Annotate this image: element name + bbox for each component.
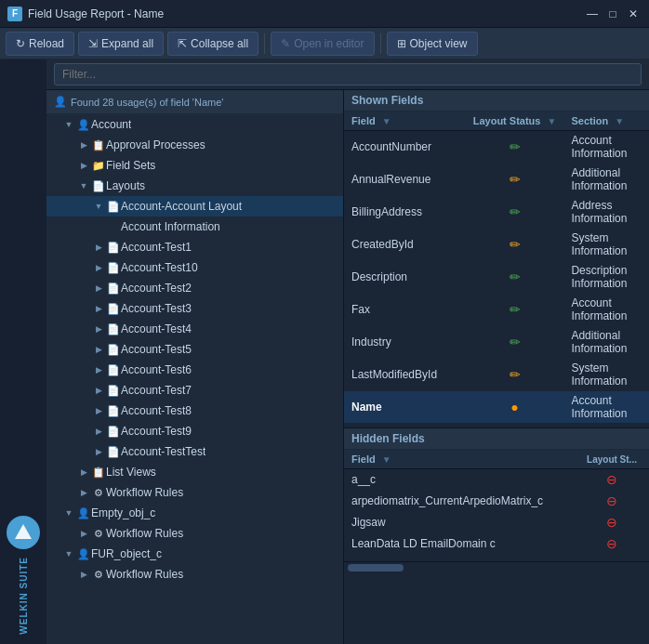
tree-toggle[interactable]: ▼: [61, 506, 76, 520]
reload-button[interactable]: ↻ Reload: [6, 32, 74, 56]
tree-item[interactable]: ▶📄Account-Test10: [46, 257, 343, 278]
tree-item[interactable]: ▶📄Account-Test7: [46, 380, 343, 401]
tree-item[interactable]: ▶📄Account-Test1: [46, 237, 343, 257]
minimize-button[interactable]: —: [584, 6, 601, 22]
window-controls: — □ ✕: [584, 6, 642, 22]
tree-item[interactable]: ▶⚙Workflow Rules: [46, 564, 343, 585]
tree-item[interactable]: ▶📄Account-Test8: [46, 401, 343, 421]
collapse-all-button[interactable]: ⇱ Collapse all: [167, 32, 258, 56]
table-row[interactable]: Industry ✏ Additional Information: [344, 326, 649, 359]
status-icon: ✏: [510, 269, 521, 284]
tree-item[interactable]: ▶📋List Views: [46, 462, 343, 482]
tree-toggle[interactable]: ▶: [91, 403, 106, 418]
maximize-button[interactable]: □: [604, 6, 621, 22]
col-section[interactable]: Section ▼: [563, 112, 649, 131]
tree-item[interactable]: ▶📄Account-Test4: [46, 319, 343, 339]
tree-item-label: Account-Test2: [121, 282, 192, 295]
hidden-col-layout-status[interactable]: Layout St...: [575, 450, 649, 469]
tree-item[interactable]: ▼📄Layouts: [46, 176, 343, 196]
tree-item-label: Account-Account Layout: [121, 200, 242, 213]
tree-item[interactable]: ▶📄Account-Test2: [46, 278, 343, 298]
open-in-editor-button[interactable]: ✎ Open in editor: [271, 32, 374, 56]
section-filter-icon[interactable]: ▼: [615, 116, 624, 126]
tree-toggle[interactable]: ▼: [61, 546, 76, 561]
table-row[interactable]: BillingAddress ✏ Address Information: [344, 196, 649, 229]
table-row[interactable]: Name ● Account Information: [344, 391, 649, 424]
hidden-fields-table-container[interactable]: Field ▼ Layout St... a__c ⊖ arpe: [344, 450, 649, 561]
table-row[interactable]: Description ✏ Description Information: [344, 261, 649, 294]
tree-toggle[interactable]: ▶: [76, 526, 91, 541]
tree-toggle[interactable]: ▶: [91, 383, 106, 398]
table-row[interactable]: arpediomatrix_CurrentArpedioMatrix_c ⊖: [344, 491, 649, 512]
bottom-scrollbar[interactable]: [344, 561, 649, 572]
table-row[interactable]: LastModifiedById ✏ System Information: [344, 359, 649, 391]
table-row[interactable]: AnnualRevenue ✏ Additional Information: [344, 164, 649, 196]
tree-toggle[interactable]: ▼: [76, 178, 91, 193]
tree-toggle[interactable]: ▶: [91, 322, 106, 336]
tree-toggle[interactable]: ▶: [76, 158, 91, 173]
col-field[interactable]: Field ▼: [344, 112, 466, 131]
hidden-col-field[interactable]: Field ▼: [344, 450, 575, 469]
tree-toggle[interactable]: ▶: [76, 138, 91, 152]
hidden-field-filter-icon[interactable]: ▼: [382, 454, 391, 465]
tree-item[interactable]: ▶📄Account-Test5: [46, 339, 343, 360]
tree-toggle[interactable]: ▶: [91, 362, 106, 377]
status-icon: ●: [510, 400, 518, 414]
table-row[interactable]: Fax ✏ Account Information: [344, 294, 649, 326]
scroll-thumb: [348, 564, 404, 572]
tree-toggle[interactable]: ▶: [76, 567, 91, 582]
section-name: Description Information: [563, 261, 649, 294]
close-button[interactable]: ✕: [625, 6, 642, 22]
tree-item[interactable]: ▶📁Field Sets: [46, 155, 343, 176]
tree-toggle[interactable]: ▶: [76, 485, 91, 500]
tree-item[interactable]: ▶📄Account-TestTest: [46, 441, 343, 462]
col-layout-status[interactable]: Layout Status ▼: [466, 112, 564, 131]
layout-status-filter-icon[interactable]: ▼: [548, 116, 557, 126]
tree-item-icon: 👤: [76, 547, 91, 560]
table-row[interactable]: AccountNumber ✏ Account Information: [344, 131, 649, 164]
section-name: System Information: [563, 229, 649, 261]
table-row[interactable]: CreatedById ✏ System Information: [344, 229, 649, 261]
tree-toggle[interactable]: ▶: [76, 465, 91, 480]
tree-item[interactable]: ▶⚙Workflow Rules: [46, 523, 343, 544]
tree-toggle[interactable]: ▼: [91, 199, 106, 214]
table-row[interactable]: a__c ⊖: [344, 469, 649, 491]
table-row[interactable]: LeanData LD EmailDomain c ⊖: [344, 533, 649, 555]
tree-item[interactable]: ▼📄Account-Account Layout: [46, 196, 343, 217]
tree-item[interactable]: ▶📄Account-Test6: [46, 360, 343, 380]
reload-icon: ↻: [16, 37, 25, 50]
status-icon: ✏: [510, 367, 521, 382]
tree-item[interactable]: ▶⚙Workflow Rules: [46, 482, 343, 503]
shown-fields-table-container[interactable]: Field ▼ Layout Status ▼ Section ▼: [344, 112, 649, 427]
open-in-editor-label: Open in editor: [294, 37, 364, 50]
tree-item-label: Layouts: [106, 179, 145, 192]
tree-item[interactable]: Account Information: [46, 217, 343, 237]
tree-item[interactable]: ▶📄Account-Test3: [46, 298, 343, 319]
tree-item[interactable]: ▶📄Account-Test9: [46, 421, 343, 441]
tree-toggle[interactable]: ▶: [91, 424, 106, 439]
filter-input[interactable]: [54, 63, 642, 85]
layout-status-cell: ✏: [466, 229, 564, 261]
tree-toggle[interactable]: ▶: [91, 342, 106, 357]
tree-toggle[interactable]: ▶: [91, 281, 106, 296]
object-view-button[interactable]: ⊞ Object view: [387, 32, 478, 56]
tree-toggle[interactable]: ▼: [61, 117, 76, 132]
field-name: Name: [344, 391, 466, 424]
tree-toggle[interactable]: ▶: [91, 444, 106, 459]
tree-toggle[interactable]: ▶: [91, 260, 106, 275]
tree-toggle[interactable]: ▶: [91, 301, 106, 316]
expand-all-button[interactable]: ⇲ Expand all: [78, 32, 164, 56]
status-icon: ✏: [510, 335, 521, 349]
tree-item-label: Account-Test4: [121, 322, 192, 335]
tree-item[interactable]: ▶📋Approval Processes: [46, 135, 343, 155]
field-filter-icon[interactable]: ▼: [382, 116, 391, 126]
tree-item-icon: 📄: [106, 384, 121, 397]
tree-item[interactable]: ▼👤Account: [46, 114, 343, 135]
tree-item[interactable]: ▼👤Empty_obj_c: [46, 503, 343, 523]
tree-items-container: ▼👤Account▶📋Approval Processes▶📁Field Set…: [46, 114, 343, 585]
hidden-status-icon: ⊖: [606, 472, 617, 487]
tree-toggle[interactable]: ▶: [91, 240, 106, 255]
tree-item[interactable]: ▼👤FUR_object_c: [46, 544, 343, 564]
hidden-status-icon: ⊖: [606, 536, 617, 551]
table-row[interactable]: Jigsaw ⊖: [344, 512, 649, 533]
